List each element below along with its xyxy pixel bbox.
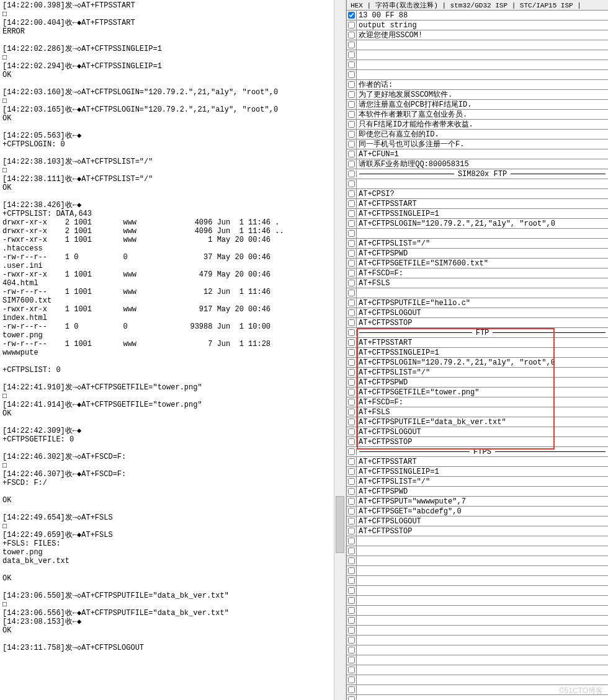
command-input[interactable]	[357, 358, 608, 367]
command-input[interactable]	[357, 259, 608, 268]
row-checkbox[interactable]	[348, 250, 355, 257]
command-input[interactable]	[357, 427, 608, 436]
row-checkbox[interactable]	[348, 607, 355, 614]
command-input[interactable]	[357, 566, 608, 575]
row-checkbox[interactable]	[348, 180, 355, 187]
row-checkbox[interactable]	[348, 260, 355, 267]
row-checkbox[interactable]	[348, 547, 355, 554]
command-input[interactable]	[357, 407, 608, 417]
command-input[interactable]	[357, 209, 608, 218]
row-checkbox[interactable]	[348, 190, 355, 197]
row-checkbox[interactable]	[348, 478, 355, 485]
command-input[interactable]	[357, 338, 608, 347]
command-input[interactable]	[357, 477, 608, 486]
row-checkbox[interactable]	[348, 349, 355, 356]
row-checkbox[interactable]	[348, 538, 355, 544]
row-checkbox[interactable]	[348, 498, 355, 505]
row-checkbox[interactable]	[348, 290, 355, 296]
row-checkbox[interactable]	[348, 220, 355, 227]
command-input[interactable]	[357, 219, 608, 228]
command-input[interactable]	[357, 368, 608, 377]
terminal-scrollbar[interactable]	[334, 0, 346, 700]
row-checkbox[interactable]	[348, 409, 355, 415]
row-checkbox[interactable]	[348, 81, 355, 88]
command-input[interactable]	[357, 130, 608, 139]
command-input[interactable]	[357, 288, 608, 298]
row-checkbox[interactable]	[348, 200, 355, 207]
command-input[interactable]	[357, 278, 608, 288]
row-checkbox[interactable]	[348, 339, 355, 346]
command-input[interactable]	[357, 159, 608, 169]
row-checkbox[interactable]	[348, 319, 355, 326]
command-input[interactable]	[357, 665, 608, 675]
row-checkbox[interactable]	[348, 121, 355, 128]
command-input[interactable]	[357, 556, 608, 565]
command-input[interactable]	[357, 189, 608, 198]
row-checkbox[interactable]	[348, 399, 355, 405]
command-input[interactable]	[357, 507, 608, 516]
row-checkbox[interactable]	[348, 329, 355, 336]
row-checkbox[interactable]	[348, 696, 355, 700]
command-input[interactable]	[357, 606, 608, 615]
scrollbar-thumb[interactable]	[336, 496, 344, 553]
row-checkbox[interactable]	[348, 369, 355, 376]
row-checkbox[interactable]	[348, 647, 355, 653]
row-checkbox[interactable]	[348, 359, 355, 366]
command-input[interactable]	[357, 388, 608, 397]
command-input[interactable]	[357, 20, 608, 30]
row-checkbox[interactable]	[348, 32, 355, 38]
row-checkbox[interactable]	[348, 488, 355, 495]
row-checkbox[interactable]	[348, 657, 355, 663]
row-checkbox[interactable]	[348, 141, 355, 148]
command-input[interactable]	[357, 11, 608, 20]
row-checkbox[interactable]	[348, 151, 355, 157]
row-checkbox[interactable]	[348, 676, 355, 683]
command-input[interactable]	[357, 546, 608, 556]
row-checkbox[interactable]	[348, 508, 355, 515]
command-input[interactable]	[357, 70, 608, 79]
command-input[interactable]	[357, 675, 608, 684]
command-input[interactable]	[357, 140, 608, 149]
command-input[interactable]	[357, 516, 608, 526]
command-input[interactable]	[357, 80, 608, 89]
command-input[interactable]	[357, 249, 608, 258]
command-input[interactable]	[357, 586, 608, 595]
row-checkbox[interactable]	[348, 667, 355, 673]
command-input[interactable]	[357, 378, 608, 387]
command-input[interactable]	[357, 149, 608, 159]
command-input[interactable]	[357, 645, 608, 655]
row-checkbox[interactable]	[348, 686, 355, 693]
row-checkbox[interactable]	[348, 61, 355, 68]
command-input[interactable]	[357, 298, 608, 308]
command-input[interactable]	[357, 40, 608, 50]
row-checkbox[interactable]	[348, 131, 355, 138]
command-input[interactable]	[357, 457, 608, 466]
row-checkbox[interactable]	[348, 270, 355, 277]
command-input[interactable]	[357, 616, 608, 625]
command-input[interactable]	[357, 50, 608, 60]
command-input[interactable]	[357, 229, 608, 238]
command-input[interactable]	[357, 120, 608, 129]
row-checkbox[interactable]	[348, 617, 355, 624]
command-input[interactable]	[357, 60, 608, 69]
command-input[interactable]	[357, 596, 608, 605]
row-checkbox[interactable]	[348, 389, 355, 396]
row-checkbox[interactable]	[348, 577, 355, 584]
command-input[interactable]	[357, 626, 608, 635]
command-input[interactable]	[357, 100, 608, 109]
row-checkbox[interactable]	[348, 309, 355, 316]
row-checkbox[interactable]	[348, 379, 355, 386]
row-checkbox[interactable]	[348, 22, 355, 29]
row-checkbox[interactable]	[348, 299, 355, 306]
row-checkbox[interactable]	[348, 518, 355, 525]
row-checkbox[interactable]	[348, 42, 355, 48]
command-input[interactable]	[357, 199, 608, 208]
command-input[interactable]	[357, 417, 608, 427]
command-input[interactable]	[357, 318, 608, 327]
command-input[interactable]	[357, 397, 608, 407]
command-input[interactable]	[357, 179, 608, 188]
command-input[interactable]	[357, 536, 608, 546]
row-checkbox[interactable]	[348, 210, 355, 217]
row-checkbox[interactable]	[348, 468, 355, 475]
row-checkbox[interactable]	[348, 587, 355, 594]
